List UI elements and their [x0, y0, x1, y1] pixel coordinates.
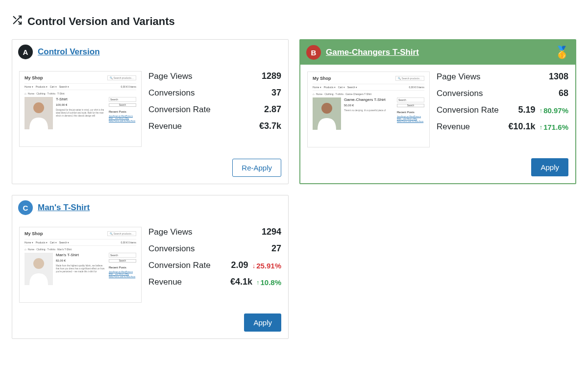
thumb-sidebar-search-btn: Search	[397, 104, 424, 107]
stat-label: Page Views	[148, 72, 192, 81]
stat-value: 1294	[262, 227, 281, 237]
variant-body: My Shop 🔍Search products… Home ▾Products…	[12, 64, 288, 151]
variant-title-link[interactable]: Man's T-Shirt	[38, 203, 90, 213]
stat-row: Conversion Rate2.87	[148, 104, 281, 115]
variant-footer: Re-Apply	[12, 152, 288, 184]
thumb-product-title: Game-Changers T-Shirt	[344, 97, 394, 102]
thumb-product-price: 100,00 €	[56, 103, 106, 106]
stat-row: Conversion Rate5.19↑80.97%	[437, 105, 568, 115]
stat-value: 27	[271, 243, 281, 254]
thumb-product-blurb: Designed for the jet-setter in mind, our…	[56, 109, 106, 118]
thumb-breadcrumbs: ⌂Home · Clothing · T-shirts · Game-Chang…	[313, 91, 424, 97]
stat-value: 1289	[262, 71, 281, 81]
shuffle-icon	[12, 15, 23, 28]
variant-preview-thumbnail: My Shop 🔍Search products… Home ▾Products…	[307, 72, 430, 147]
variant-footer: Apply	[300, 151, 575, 183]
thumb-sidebar-search-btn: Search	[109, 103, 136, 107]
thumb-product-image	[313, 97, 341, 130]
thumb-recent-posts-title: Recent Posts	[397, 111, 424, 114]
apply-button[interactable]: Apply	[244, 313, 281, 332]
stat-row: Conversions68	[437, 88, 568, 98]
variant-preview-thumbnail: My Shop 🔍Search products… Home ▾Products…	[19, 71, 142, 147]
variant-header: CMan's T-Shirt	[12, 195, 288, 220]
thumb-recent-posts-title: Recent Posts	[109, 266, 136, 269]
thumb-cart-info: 0,00 € 0 items	[409, 86, 424, 89]
svg-point-8	[33, 258, 44, 269]
stat-row: Revenue€10.1k↑171.6%	[437, 121, 568, 132]
variant-card: BGame-Changers T-Shirt🥇 My Shop 🔍Search …	[299, 39, 576, 184]
winner-medal-icon: 🥇	[555, 47, 569, 58]
variant-preview-thumbnail: My Shop 🔍Search products… Home ▾Products…	[19, 227, 142, 303]
svg-line-2	[14, 17, 16, 19]
stat-label: Conversions	[437, 89, 483, 98]
thumb-product-price: 50,00 €	[344, 104, 394, 107]
thumb-cart-info: 0,00 € 0 items	[121, 85, 136, 88]
stat-label: Page Views	[148, 227, 192, 237]
thumb-search-box: 🔍Search products…	[107, 75, 136, 80]
thumb-nav: Home ▾Products ▾Cart ▾Search ▾	[313, 86, 360, 89]
thumb-recent-post-link: JavaScript on WordPress isWild… and Here…	[109, 115, 136, 122]
stat-row: Conversions37	[148, 88, 281, 98]
variant-badge: B	[306, 45, 321, 60]
page-title-text: Control Version and Variants	[27, 15, 175, 28]
apply-button[interactable]: Apply	[531, 158, 568, 176]
variant-title-link[interactable]: Game-Changers T-Shirt	[326, 48, 419, 57]
variant-body: My Shop 🔍Search products… Home ▾Products…	[12, 220, 288, 307]
variant-badge: A	[18, 45, 33, 59]
thumb-search-box: 🔍Search products…	[107, 231, 136, 236]
stat-label: Conversions	[148, 88, 195, 98]
variant-header: AControl Version	[12, 40, 288, 64]
stat-label: Conversion Rate	[437, 105, 499, 115]
variant-title-link[interactable]: Control Version	[38, 47, 100, 57]
stat-label: Revenue	[437, 122, 470, 132]
thumb-breadcrumbs: ⌂Home · Clothing · T-shirts · T-Shirt	[24, 90, 136, 97]
arrow-up-icon: ↑	[539, 123, 543, 131]
stat-value: €10.1k	[509, 121, 536, 132]
variant-body: My Shop 🔍Search products… Home ▾Products…	[300, 65, 575, 151]
arrow-up-icon: ↑	[539, 107, 543, 114]
thumb-product-title: Man's T-Shirt	[56, 253, 106, 257]
variant-badge: C	[18, 200, 33, 215]
thumb-cart-info: 0,00 € 0 items	[121, 241, 136, 244]
stat-label: Page Views	[437, 72, 480, 82]
thumb-product-blurb: Made from the highest-quality fabric, we…	[56, 265, 106, 273]
thumb-product-price: 82,00 €	[56, 259, 106, 262]
thumb-search-box: 🔍Search products…	[395, 76, 424, 81]
stat-delta-value: 25.91%	[256, 262, 281, 270]
thumb-recent-post-link: JavaScript on WordPress isWild… and Here…	[397, 115, 424, 123]
stat-delta-value: 80.97%	[543, 106, 568, 115]
stat-row: Conversions27	[148, 243, 281, 254]
thumb-recent-posts-title: Recent Posts	[109, 110, 136, 113]
thumb-nav: Home ▾Products ▾Cart ▾Search ▾	[24, 241, 72, 244]
stat-label: Revenue	[148, 121, 182, 131]
stat-label: Conversion Rate	[148, 105, 211, 115]
variant-footer: Apply	[12, 307, 288, 338]
stat-delta-value: 171.6%	[543, 123, 568, 131]
thumb-shop-name: My Shop	[24, 231, 43, 236]
thumb-sidebar-search: Search	[109, 97, 136, 102]
variants-grid: AControl Version My Shop 🔍Search product…	[12, 39, 576, 339]
stat-delta: ↑80.97%	[539, 106, 568, 115]
stat-row: Revenue€3.7k	[148, 121, 281, 131]
thumb-product-image	[24, 97, 53, 129]
thumb-recent-post-link: JavaScript on WordPress isWild… and Here…	[109, 270, 136, 278]
stat-delta: ↓25.91%	[252, 262, 281, 270]
stat-delta: ↑171.6%	[539, 123, 568, 131]
stat-row: Revenue€4.1k↑10.8%	[148, 277, 281, 287]
thumb-breadcrumbs: ⌂Home · Clothing · T-shirts · Man's T-Sh…	[24, 246, 136, 253]
variant-stats: Page Views1289Conversions37Conversion Ra…	[148, 71, 281, 147]
variant-header: BGame-Changers T-Shirt🥇	[300, 40, 575, 65]
variant-stats: Page Views1308Conversions68Conversion Ra…	[437, 72, 568, 147]
stat-value: 5.19	[518, 105, 536, 115]
stat-row: Page Views1294	[148, 227, 281, 237]
stat-row: Conversion Rate2.09↓25.91%	[148, 260, 281, 270]
arrow-up-icon: ↑	[256, 279, 260, 286]
thumb-product-title: T-Shirt	[56, 97, 106, 101]
variant-stats: Page Views1294Conversions27Conversion Ra…	[148, 227, 281, 303]
reapply-button[interactable]: Re-Apply	[232, 159, 281, 177]
page-title: Control Version and Variants	[12, 15, 576, 28]
svg-point-4	[33, 102, 44, 113]
stat-label: Revenue	[148, 277, 182, 287]
stat-row: Page Views1308	[437, 72, 568, 82]
stat-value: 2.87	[264, 104, 281, 115]
